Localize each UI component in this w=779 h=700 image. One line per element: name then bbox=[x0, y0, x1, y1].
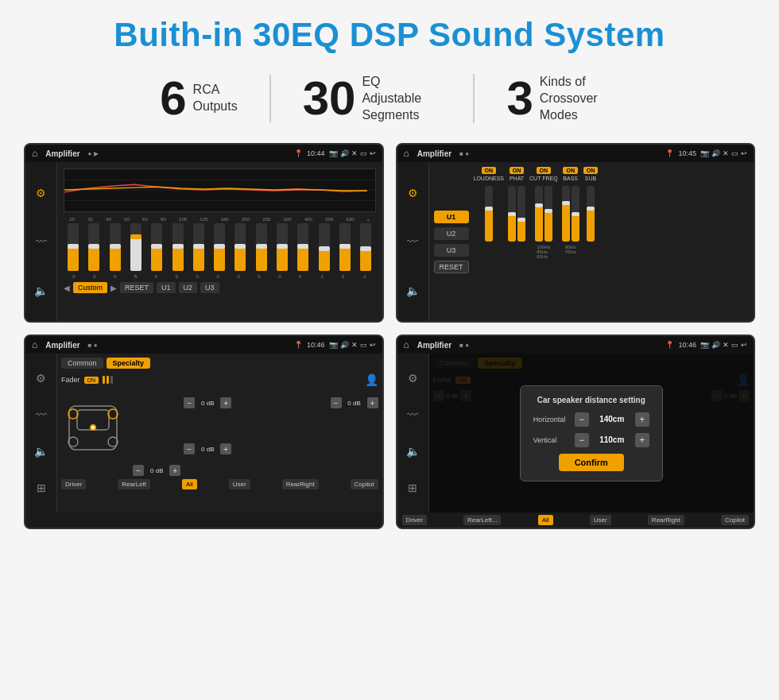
vertical-minus-btn[interactable]: − bbox=[575, 433, 589, 447]
bass-slider-1[interactable] bbox=[562, 186, 570, 242]
horizontal-plus-btn[interactable]: + bbox=[635, 412, 649, 427]
u1-eq-btn[interactable]: U1 bbox=[157, 282, 176, 293]
next-arrow[interactable]: ▶ bbox=[110, 284, 117, 292]
eq-filter-icon[interactable]: ⚙ bbox=[36, 187, 46, 199]
volume-icon-4: 🔊 bbox=[711, 341, 720, 349]
user-btn[interactable]: User bbox=[229, 479, 250, 489]
u3-btn[interactable]: U3 bbox=[434, 244, 469, 257]
home-icon-2[interactable]: ⌂ bbox=[404, 148, 409, 159]
slider-32[interactable] bbox=[88, 223, 99, 271]
slider-320[interactable] bbox=[297, 223, 308, 271]
crossover-u-buttons: U1 U2 U3 RESET bbox=[434, 167, 469, 316]
fader-status-bar: ⌂ Amplifier ■ ● 📍 10:46 📷 🔊 ✕ ▭ ↩ bbox=[25, 336, 382, 354]
crossover-status-bar: ⌂ Amplifier ■ ● 📍 10:45 📷 🔊 ✕ ▭ ↩ bbox=[397, 145, 754, 162]
phat-on[interactable]: ON bbox=[510, 167, 525, 174]
home-icon-4[interactable]: ⌂ bbox=[404, 339, 409, 350]
distance-expand-icon[interactable]: ⊞ bbox=[408, 481, 417, 494]
rearright-btn[interactable]: RearRight bbox=[282, 479, 319, 489]
cutfreq-slider-1[interactable] bbox=[535, 186, 543, 242]
driver-btn-2[interactable]: Driver bbox=[402, 515, 427, 525]
rl-minus-btn[interactable]: − bbox=[184, 443, 195, 454]
tab-specialty[interactable]: Specialty bbox=[107, 358, 151, 369]
bass-on[interactable]: ON bbox=[563, 167, 578, 174]
phat-slider-1[interactable] bbox=[508, 186, 516, 242]
rearleft-btn[interactable]: RearLeft bbox=[118, 479, 150, 489]
fader-person-icon[interactable]: 👤 bbox=[365, 373, 378, 386]
copilot-btn-2[interactable]: Copilot bbox=[721, 515, 749, 525]
stat-eq-number: 30 bbox=[303, 75, 356, 122]
loudness-on[interactable]: ON bbox=[482, 167, 497, 174]
user-btn-2[interactable]: User bbox=[590, 515, 611, 525]
fl-plus-btn[interactable]: + bbox=[220, 397, 231, 408]
sub-column: ON SUB bbox=[583, 167, 599, 316]
stat-crossover-number: 3 bbox=[506, 75, 533, 122]
fr-minus-btn[interactable]: − bbox=[331, 397, 342, 408]
prev-arrow[interactable]: ◀ bbox=[64, 284, 70, 292]
slider-25[interactable] bbox=[68, 223, 79, 271]
bass-slider-2[interactable] bbox=[572, 186, 579, 242]
loudness-column: ON LOUDNESS bbox=[474, 167, 505, 316]
vertical-plus-btn[interactable]: + bbox=[635, 433, 649, 447]
eq-time-section: 📍 10:44 📷 🔊 ✕ ▭ ↩ bbox=[294, 149, 376, 157]
location-icon-2: 📍 bbox=[665, 149, 674, 157]
slider-200[interactable] bbox=[256, 223, 267, 271]
u2-eq-btn[interactable]: U2 bbox=[179, 282, 198, 293]
rearright-btn-2[interactable]: RearRight bbox=[648, 515, 684, 525]
fr-plus-btn[interactable]: + bbox=[367, 397, 378, 408]
eq-wave-icon[interactable]: 〰 bbox=[36, 235, 47, 248]
copilot-btn[interactable]: Copilot bbox=[351, 479, 378, 489]
phat-slider-2[interactable] bbox=[517, 186, 525, 242]
slider-40[interactable] bbox=[110, 223, 121, 271]
rr-minus-btn[interactable]: − bbox=[133, 465, 144, 476]
rr-plus-btn[interactable]: + bbox=[169, 465, 180, 476]
fl-minus-btn[interactable]: − bbox=[184, 397, 195, 408]
fader-wave-icon[interactable]: 〰 bbox=[36, 408, 47, 421]
fader-filter-icon[interactable]: ⚙ bbox=[36, 372, 46, 385]
crossover-reset-btn[interactable]: RESET bbox=[434, 261, 469, 273]
rearleft-btn-2[interactable]: RearLeft... bbox=[463, 515, 501, 525]
all-btn-2[interactable]: All bbox=[538, 515, 553, 525]
eq-vol-icon[interactable]: 🔈 bbox=[34, 284, 48, 297]
cutfreq-on[interactable]: ON bbox=[537, 167, 552, 174]
reset-eq-btn[interactable]: RESET bbox=[120, 282, 153, 293]
slider-63[interactable] bbox=[151, 223, 162, 271]
crossover-filter-icon[interactable]: ⚙ bbox=[408, 187, 418, 199]
fader-on-toggle[interactable]: ON bbox=[84, 377, 99, 384]
slider-125[interactable] bbox=[214, 223, 225, 271]
home-icon-3[interactable]: ⌂ bbox=[32, 339, 37, 350]
slider-80[interactable] bbox=[172, 223, 184, 271]
fader-vol-icon[interactable]: 🔈 bbox=[34, 445, 48, 458]
slider-400[interactable] bbox=[319, 223, 330, 271]
distance-vol-icon[interactable]: 🔈 bbox=[406, 445, 420, 458]
rl-plus-btn[interactable]: + bbox=[220, 443, 231, 454]
horizontal-minus-btn[interactable]: − bbox=[575, 412, 589, 427]
loudness-slider[interactable] bbox=[485, 186, 493, 242]
eq-status-bar: ⌂ Amplifier ● ▶ 📍 10:44 📷 🔊 ✕ ▭ ↩ bbox=[25, 145, 382, 162]
sub-on[interactable]: ON bbox=[583, 167, 599, 174]
slider-250[interactable] bbox=[277, 223, 288, 271]
home-icon[interactable]: ⌂ bbox=[32, 148, 37, 159]
cutfreq-slider-2[interactable] bbox=[545, 186, 552, 242]
slider-160[interactable] bbox=[234, 223, 246, 271]
sub-slider-1[interactable] bbox=[587, 186, 595, 242]
driver-btn[interactable]: Driver bbox=[61, 479, 86, 489]
crossover-time: 10:45 bbox=[678, 149, 696, 157]
tab-common[interactable]: Common bbox=[61, 358, 103, 369]
all-btn[interactable]: All bbox=[182, 479, 197, 489]
dialog-vertical-row: Vertical − 110cm + bbox=[533, 433, 649, 447]
confirm-button[interactable]: Confirm bbox=[559, 454, 624, 471]
distance-wave-icon[interactable]: 〰 bbox=[407, 408, 418, 421]
crossover-vol-icon[interactable]: 🔈 bbox=[406, 284, 420, 297]
crossover-wave-icon[interactable]: 〰 bbox=[407, 235, 418, 248]
preset-custom-btn[interactable]: Custom bbox=[73, 282, 107, 293]
slider-630[interactable] bbox=[360, 223, 371, 271]
slider-500[interactable] bbox=[339, 223, 351, 271]
eq-sliders-row bbox=[64, 223, 376, 271]
distance-filter-icon[interactable]: ⚙ bbox=[408, 372, 418, 385]
u1-btn[interactable]: U1 bbox=[434, 211, 469, 223]
fader-expand-icon[interactable]: ⊞ bbox=[37, 481, 46, 494]
u3-eq-btn[interactable]: U3 bbox=[200, 282, 219, 293]
slider-50[interactable] bbox=[130, 223, 141, 271]
u2-btn[interactable]: U2 bbox=[434, 227, 469, 240]
slider-100[interactable] bbox=[193, 223, 204, 271]
